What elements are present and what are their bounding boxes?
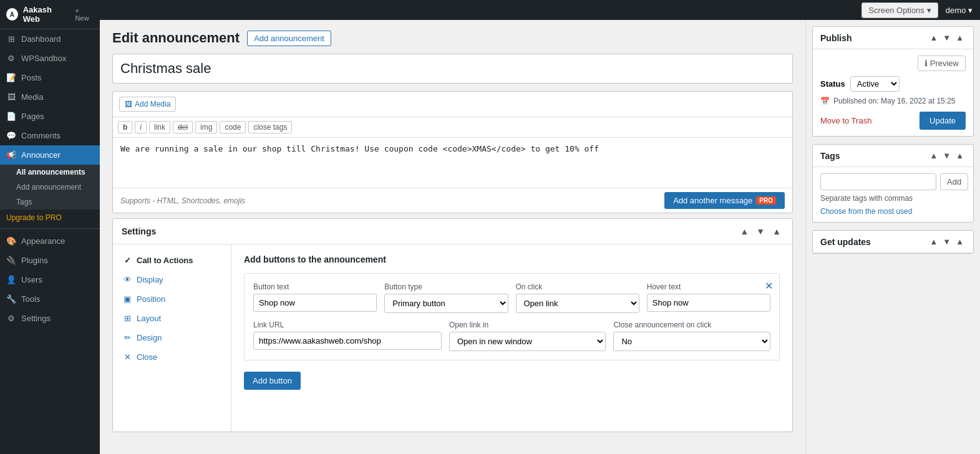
admin-user[interactable]: demo ▾ [946,6,973,15]
eye-icon: 👁 [123,275,132,284]
remove-cta-button[interactable]: ✕ [765,280,773,292]
tags-collapse-down[interactable]: ▼ [941,150,953,162]
site-title: Aakash Web [23,5,68,24]
sidebar-item-dashboard[interactable]: ⊞ Dashboard [0,29,100,49]
sidebar-item-label: Dashboard [21,34,61,44]
announcement-title-input[interactable] [112,54,793,84]
new-link[interactable]: + New [75,7,94,22]
screen-options-button[interactable]: Screen Options ▾ [861,2,938,18]
sidebar-item-label: Plugins [21,256,48,265]
settings-nav-close[interactable]: ✕ Close [113,347,231,367]
tags-help-text: Separate tags with commas [820,194,966,203]
publish-collapse-down[interactable]: ▼ [941,32,953,44]
tags-minimize[interactable]: ▲ [954,150,966,162]
settings-nav-cta[interactable]: ✓ Call to Actions [113,251,231,270]
comments-icon: 💬 [6,131,16,140]
publish-collapse-up[interactable]: ▲ [928,32,939,44]
toolbar-bold[interactable]: b [118,121,132,133]
settings-collapse-down[interactable]: ▼ [754,225,767,238]
sidebar-item-announcer[interactable]: 📢 Announcer [0,145,100,165]
tags-input-row: Add [820,173,966,190]
sidebar-item-users[interactable]: 👤 Users [0,270,100,289]
settings-nav-layout[interactable]: ⊞ Layout [113,309,231,328]
toolbar-del[interactable]: del [173,121,193,133]
open-link-in-select[interactable]: Open in new window Open in same window [449,332,606,351]
tags-collapse-up[interactable]: ▲ [928,150,939,162]
update-button[interactable]: Update [919,112,966,130]
toolbar-italic[interactable]: i [135,121,147,133]
submenu-all-announcements[interactable]: All announcements [10,165,100,180]
button-text-input[interactable] [253,294,377,312]
close-icon: ✕ [123,352,132,362]
sidebar-item-pages[interactable]: 📄 Pages [0,107,100,126]
get-updates-collapse-up[interactable]: ▲ [928,236,939,248]
appearance-icon: 🎨 [6,236,16,246]
sidebar-item-settings[interactable]: ⚙ Settings [0,309,100,328]
settings-controls: ▲ ▼ ▲ [737,225,784,238]
announcer-icon: 📢 [6,150,16,160]
wpsandbox-icon: ⚙ [6,54,16,63]
topbar: Screen Options ▾ demo ▾ [100,0,980,20]
settings-close[interactable]: ▲ [770,225,784,238]
on-click-select[interactable]: Open link Close announcement None [516,294,639,313]
sidebar-item-label: WPSandbox [21,54,66,63]
upgrade-to-pro[interactable]: Upgrade to PRO [0,210,100,226]
add-button-button[interactable]: Add button [244,372,301,390]
settings-nav-position[interactable]: ▣ Position [113,289,231,309]
submenu-tags[interactable]: Tags [10,195,100,210]
editor-content[interactable]: We are running a sale in our shop till C… [113,138,792,188]
sidebar-item-label: Announcer [21,150,61,160]
preview-button[interactable]: ℹ Preview [918,56,966,71]
sidebar-item-plugins[interactable]: 🔌 Plugins [0,251,100,270]
toolbar-img[interactable]: img [195,121,217,133]
sidebar-item-posts[interactable]: 📝 Posts [0,68,100,87]
close-on-click-label: Close announcement on click [613,321,770,329]
cta-button-row: ✕ Button text Button type Primary button [244,273,780,360]
close-on-click-select[interactable]: No Yes [613,332,770,351]
settings-nav-design[interactable]: ✏ Design [113,328,231,347]
move-to-trash-link[interactable]: Move to Trash [820,116,871,125]
published-on-text: Published on: May 16, 2022 at 15:25 [833,97,955,105]
sidebar-item-label: Pages [21,112,44,121]
tags-add-button[interactable]: Add [940,173,968,190]
sidebar-item-appearance[interactable]: 🎨 Appearance [0,231,100,251]
add-media-button[interactable]: 🖼 Add Media [119,97,176,112]
tags-box-body: Add Separate tags with commas Choose fro… [813,167,973,222]
sidebar-item-wpsandbox[interactable]: ⚙ WPSandbox [0,49,100,68]
sidebar: A Aakash Web + New ⊞ Dashboard ⚙ WPSandb… [0,0,100,454]
toolbar-link[interactable]: link [149,121,170,133]
design-icon: ✏ [123,333,132,342]
publish-box: Publish ▲ ▼ ▲ ℹ Preview [812,26,974,137]
toolbar-close-tags[interactable]: close tags [248,121,292,133]
button-text-label: Button text [253,283,377,291]
add-another-message-button[interactable]: Add another message PRO [664,192,785,209]
get-updates-collapse-down[interactable]: ▼ [941,236,953,248]
toolbar-code[interactable]: code [220,121,246,133]
sidebar-item-comments[interactable]: 💬 Comments [0,126,100,145]
topbar-right: Screen Options ▾ demo ▾ [861,2,973,18]
settings-collapse-up[interactable]: ▲ [737,225,751,238]
status-select[interactable]: Active Inactive Draft [850,76,900,92]
publish-minimize[interactable]: ▲ [954,32,966,44]
on-click-group: On click Open link Close announcement No… [516,283,639,313]
calendar-icon: 📅 [820,97,830,105]
tags-choose-link[interactable]: Choose from the most used [820,207,912,216]
editor-media-bar: 🖼 Add Media [113,92,792,117]
hover-text-group: Hover text [647,283,770,313]
sidebar-item-tools[interactable]: 🔧 Tools [0,289,100,309]
settings-nav-display[interactable]: 👁 Display [113,270,231,289]
link-url-input[interactable] [253,332,442,350]
add-announcement-header-button[interactable]: Add announcement [247,31,331,46]
submenu-add-announcement[interactable]: Add announcement [10,180,100,195]
dashboard-icon: ⊞ [6,34,16,44]
get-updates-minimize[interactable]: ▲ [954,236,966,248]
sidebar-item-media[interactable]: 🖼 Media [0,87,100,107]
open-link-in-label: Open link in [449,321,606,329]
tags-input[interactable] [820,173,936,190]
sidebar-item-label: Comments [21,131,61,140]
status-label: Status [820,79,845,89]
get-updates-box: Get updates ▲ ▼ ▲ [812,230,974,254]
close-on-click-group: Close announcement on click No Yes [613,321,770,351]
button-type-select[interactable]: Primary button Secondary button Link [384,294,508,313]
hover-text-input[interactable] [647,294,770,312]
